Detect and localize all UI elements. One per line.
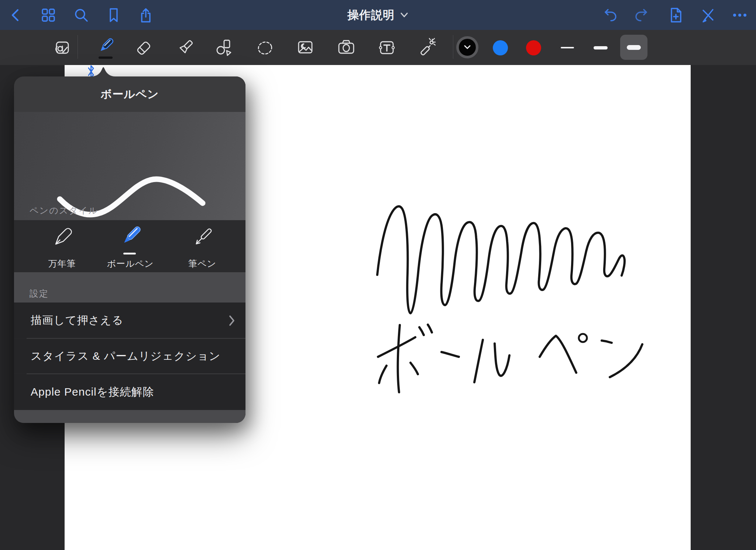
image-icon — [294, 37, 316, 59]
pen-style-label: 万年筆 — [48, 258, 76, 270]
ellipsis-icon — [731, 7, 749, 23]
text-box-icon — [376, 37, 398, 59]
page-title: 操作説明 — [347, 7, 395, 23]
goodnotes-app: { "nav": { "title": "操作説明", "icons": ["b… — [0, 0, 756, 550]
lasso-icon — [254, 37, 276, 59]
thickness-thin-button[interactable] — [561, 47, 574, 48]
highlighter-icon — [173, 37, 196, 59]
pen-style-options: 万年筆 ボールペン 筆ペン — [14, 220, 245, 272]
setting-label: Apple Pencilを接続解除 — [31, 385, 154, 400]
stroke-preview-wave — [14, 112, 245, 220]
more-button[interactable] — [728, 0, 752, 30]
pen-ink-color-underline — [99, 57, 113, 59]
laser-pointer-icon — [416, 37, 438, 59]
image-tool[interactable] — [292, 35, 318, 61]
shapes-tool[interactable] — [211, 35, 237, 61]
toolbar-divider — [78, 35, 78, 59]
text-tool[interactable] — [374, 35, 400, 61]
stroke-preview-area: ペンのスタイル — [14, 112, 245, 220]
pen-style-ballpoint-selected[interactable]: ボールペン — [99, 220, 162, 272]
redo-icon — [634, 7, 651, 23]
shapes-icon — [213, 37, 235, 59]
handwriting-recognition-icon — [51, 37, 73, 59]
chevron-down-icon — [400, 12, 409, 18]
redo-button[interactable] — [630, 0, 654, 30]
popover-arrow — [92, 65, 115, 76]
brush-pen-icon — [186, 220, 219, 257]
undo-button[interactable] — [598, 0, 621, 30]
pen-style-label: 筆ペン — [188, 258, 216, 270]
canvas-right-margin — [691, 65, 756, 550]
fountain-pen-icon — [45, 220, 79, 257]
handwriting-recognition-tool[interactable] — [49, 35, 75, 61]
add-page-button[interactable] — [664, 0, 688, 30]
chevron-down-icon — [463, 45, 471, 50]
thickness-medium-button[interactable] — [594, 46, 608, 49]
pen-icon — [92, 35, 118, 61]
undo-icon — [601, 7, 618, 23]
highlighter-tool[interactable] — [172, 35, 197, 61]
popover-footer — [14, 410, 245, 423]
color-swatch-red[interactable] — [526, 40, 541, 55]
color-swatch-blue[interactable] — [493, 40, 508, 55]
pen-style-brush[interactable]: 筆ペン — [171, 220, 234, 272]
drawing-toolbar — [0, 30, 756, 65]
color-swatch-black-selected[interactable] — [456, 36, 478, 58]
camera-tool[interactable] — [333, 35, 359, 61]
thickness-thick-bar — [627, 45, 641, 50]
popover-title: ボールペン — [101, 87, 159, 102]
eraser-tool[interactable] — [131, 35, 157, 61]
toolbar-divider — [453, 35, 453, 59]
setting-row-disconnect-apple-pencil[interactable]: Apple Pencilを接続解除 — [14, 374, 245, 410]
setting-label: スタイラス & パームリジェクション — [31, 349, 221, 364]
settings-section-label: 設定 — [30, 288, 49, 300]
navigation-bar: 操作説明 — [0, 0, 756, 30]
pen-style-section-label: ペンのスタイル — [30, 205, 98, 216]
eraser-icon — [133, 37, 155, 59]
readonly-mode-button[interactable] — [696, 0, 720, 30]
settings-section-header: 設定 — [14, 272, 245, 303]
chevron-right-icon — [228, 315, 235, 326]
add-page-icon — [667, 7, 684, 24]
setting-label: 描画して押さえる — [31, 313, 124, 328]
laser-pointer-tool[interactable] — [414, 35, 440, 61]
popover-header: ボールペン — [14, 76, 245, 112]
thickness-thick-button-selected[interactable] — [620, 35, 647, 60]
pen-tool-selected[interactable] — [92, 35, 118, 61]
camera-icon — [335, 37, 357, 59]
ballpoint-pen-icon — [114, 220, 147, 257]
pen-settings-popover: ボールペン ペンのスタイル 万年筆 — [14, 76, 245, 423]
setting-row-draw-and-hold[interactable]: 描画して押さえる — [14, 303, 245, 338]
pen-crossed-icon — [700, 7, 717, 24]
pen-style-fountain[interactable]: 万年筆 — [31, 220, 93, 272]
selected-underline — [123, 253, 136, 254]
pen-style-label: ボールペン — [107, 258, 154, 270]
setting-row-stylus-palm-rejection[interactable]: スタイラス & パームリジェクション — [14, 339, 245, 373]
lasso-tool[interactable] — [252, 35, 278, 61]
